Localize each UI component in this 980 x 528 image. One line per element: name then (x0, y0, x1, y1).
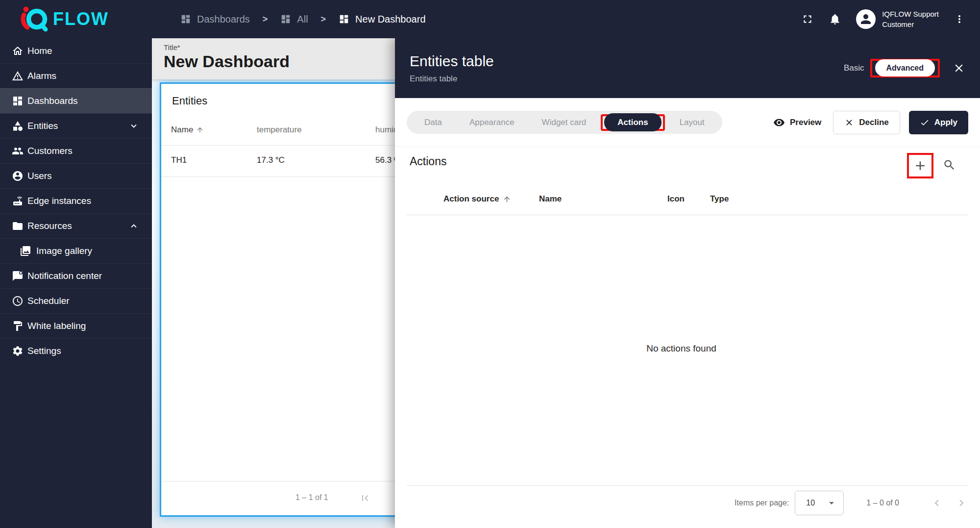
sidebar-item-label: Users (26, 171, 52, 181)
column-header-name[interactable]: Name (171, 125, 204, 135)
items-per-page-label: Items per page: (735, 499, 789, 507)
sidebar-item-notification-center[interactable]: Notification center (0, 263, 152, 288)
table-row[interactable]: TH1 17.3 °C 56.3 % (161, 146, 395, 177)
sidebar-item-resources[interactable]: Resources (0, 213, 152, 238)
customers-icon (12, 145, 24, 157)
sidebar-item-label: Alarms (26, 71, 56, 81)
sidebar-item-label: Scheduler (26, 296, 70, 306)
person-icon (858, 12, 873, 26)
sidebar-item-label: Home (26, 46, 52, 56)
user-info: IQFLOW Support Customer (882, 9, 939, 29)
sidebar-item-scheduler[interactable]: Scheduler (0, 288, 152, 313)
sidebar-item-label: Entities (26, 121, 58, 131)
advanced-mode-button[interactable]: Advanced (875, 59, 935, 76)
add-action-annotation-box (907, 153, 933, 178)
app-logo[interactable]: FLOW (17, 4, 153, 34)
drawer-title: Entities table (410, 53, 494, 70)
user-circle-icon (12, 170, 24, 182)
tab-appearance[interactable]: Appearance (456, 118, 528, 127)
entities-shapes-icon (12, 120, 24, 132)
page-size-select[interactable]: 10 (795, 491, 844, 515)
tab-data[interactable]: Data (411, 118, 456, 127)
column-header-action-source[interactable]: Action source (443, 194, 511, 204)
home-icon (12, 45, 24, 57)
user-name: IQFLOW Support (882, 9, 939, 19)
column-header-temperature[interactable]: temperature (257, 125, 302, 135)
sidebar-item-home[interactable]: Home (0, 38, 152, 63)
sidebar-item-settings[interactable]: Settings (0, 338, 152, 363)
paginator-range: 1 – 0 of 0 (866, 499, 899, 507)
page-size-value: 10 (806, 499, 815, 507)
previous-page-icon[interactable] (931, 497, 943, 509)
sort-ascending-icon (503, 195, 511, 203)
cell-temperature: 17.3 °C (257, 155, 285, 165)
sidebar-item-customers[interactable]: Customers (0, 138, 152, 163)
sidebar-item-dashboards[interactable]: Dashboards (0, 88, 152, 113)
widget-paginator: 1 – 1 of 1 (161, 481, 395, 515)
breadcrumb-new-dashboard[interactable]: New Dashboard (339, 14, 425, 25)
gear-icon (12, 345, 24, 357)
sidebar-item-label: Customers (26, 146, 73, 156)
tab-layout[interactable]: Layout (666, 118, 718, 127)
drawer-toolbar: Data Appearance Widget card Actions Layo… (395, 98, 980, 147)
next-page-icon[interactable] (955, 497, 968, 509)
dashboards-icon (180, 14, 191, 25)
entities-table-widget[interactable]: Entities Name temperature humidity TH1 1… (160, 82, 395, 517)
basic-mode-button[interactable]: Basic (844, 63, 864, 73)
sidebar-item-label: Dashboards (26, 96, 77, 106)
breadcrumb-dashboards[interactable]: Dashboards (180, 14, 250, 25)
eye-icon (773, 117, 785, 128)
breadcrumb-all[interactable]: All (280, 14, 308, 25)
tab-widget-card[interactable]: Widget card (528, 118, 600, 127)
column-header-icon[interactable]: Icon (667, 194, 685, 204)
drawer-header-right: Basic Advanced (844, 59, 965, 77)
preview-button[interactable]: Preview (770, 117, 824, 128)
widget-title: Entities (172, 95, 207, 107)
sidebar-item-image-gallery[interactable]: Image gallery (0, 238, 152, 263)
check-icon (920, 118, 930, 127)
fullscreen-icon[interactable] (801, 13, 814, 25)
breadcrumb-separator: > (321, 14, 326, 25)
dashboard-title-input[interactable]: New Dashboard (164, 52, 395, 71)
tab-actions[interactable]: Actions (604, 113, 661, 131)
sidebar-item-white-labeling[interactable]: White labeling (0, 313, 152, 338)
sidebar-item-users[interactable]: Users (0, 163, 152, 188)
drawer-subtitle: Entities table (410, 74, 494, 84)
search-icon[interactable] (943, 158, 956, 172)
sidebar-item-alarms[interactable]: Alarms (0, 63, 152, 88)
breadcrumb: Dashboards > All > New Dashboard (180, 14, 426, 25)
sidebar-item-entities[interactable]: Entities (0, 113, 152, 138)
alarm-warning-icon (12, 70, 24, 82)
chevron-down-icon (128, 121, 139, 131)
router-icon (12, 195, 24, 207)
advanced-annotation-box: Advanced (870, 59, 940, 77)
sidebar-item-edge-instances[interactable]: Edge instances (0, 188, 152, 213)
table-header-divider (407, 215, 968, 215)
kebab-menu-icon[interactable] (954, 13, 965, 25)
sidebar-item-label: Resources (26, 221, 72, 231)
column-header-name[interactable]: Name (539, 194, 562, 204)
chevron-up-icon (128, 221, 139, 231)
close-icon[interactable] (953, 62, 965, 75)
user-menu[interactable]: IQFLOW Support Customer (856, 9, 939, 29)
column-header-humidity[interactable]: humidity (375, 125, 395, 135)
previous-page-icon[interactable] (391, 492, 395, 504)
apply-button[interactable]: Apply (909, 111, 968, 134)
dashboards-icon (280, 14, 291, 25)
add-icon[interactable] (913, 158, 928, 173)
title-field-label: Title* (164, 43, 395, 51)
avatar (856, 9, 876, 29)
folder-icon (12, 220, 24, 232)
decline-button[interactable]: Decline (833, 111, 900, 134)
paint-icon (12, 320, 24, 332)
bell-icon[interactable] (829, 13, 841, 25)
sidebar-item-label: White labeling (26, 321, 86, 331)
first-page-icon[interactable] (359, 492, 371, 504)
top-bar: FLOW Dashboards > All > New Dashboard (0, 0, 980, 38)
widget-table-header: Name temperature humidity (161, 117, 395, 146)
logo-text: FLOW (53, 9, 109, 29)
column-header-type[interactable]: Type (710, 194, 729, 204)
notification-center-icon (12, 270, 24, 282)
breadcrumb-label: All (297, 14, 308, 25)
empty-state-text: No actions found (395, 343, 968, 354)
